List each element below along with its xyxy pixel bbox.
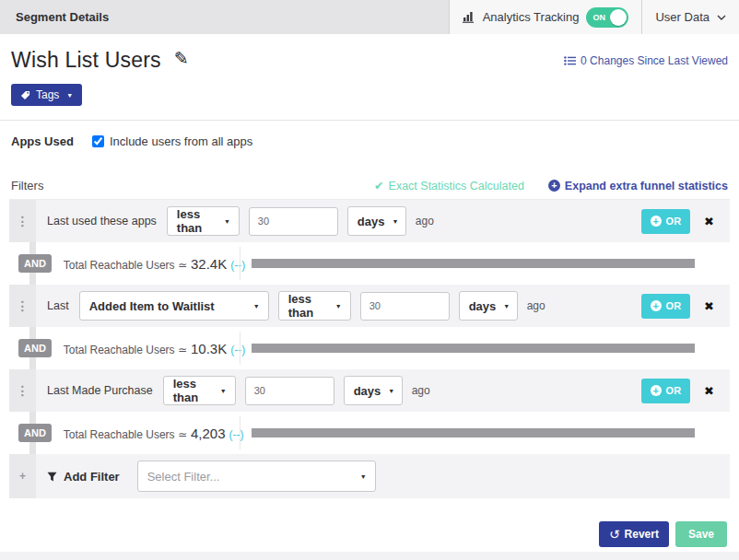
stats-divider — [240, 416, 240, 449]
or-button[interactable]: +OR — [641, 209, 691, 234]
stats-detail-link[interactable]: (--) — [230, 344, 245, 356]
reachable-label: Total Reachable Users ≃ — [64, 344, 187, 356]
and-stats-row-2: AND Total Reachable Users ≃ 10.3K (--) — [9, 327, 730, 369]
undo-icon: ↺ — [609, 527, 620, 542]
filter-row-3: ⋮ Last Made Purchase less than▼ days▼ ag… — [9, 369, 730, 412]
save-button[interactable]: Save — [675, 521, 727, 547]
analytics-tracking-section: Analytics Tracking ON — [449, 0, 642, 34]
chevron-down-icon: ▼ — [388, 388, 394, 394]
and-badge: AND — [18, 339, 52, 357]
plus-circle-icon: + — [651, 300, 662, 311]
filter-label: Last used these apps — [47, 215, 157, 228]
plus-circle-icon: + — [651, 385, 662, 396]
analytics-toggle[interactable]: ON — [586, 7, 628, 28]
comparator-select[interactable]: less than▼ — [278, 291, 351, 321]
tags-button[interactable]: Tags ▼ — [11, 84, 82, 106]
ago-label: ago — [412, 384, 430, 397]
tag-icon — [20, 90, 30, 100]
user-data-label: User Data — [655, 10, 710, 24]
remove-filter-button[interactable]: ✖ — [704, 384, 714, 398]
include-all-apps-option[interactable]: Include users from all apps — [92, 134, 252, 148]
value-input[interactable] — [360, 292, 450, 321]
exact-statistics-status: ✔ Exact Statistics Calculated — [374, 179, 524, 192]
remove-filter-button[interactable]: ✖ — [704, 215, 714, 228]
bottom-strip — [0, 552, 739, 560]
value-input[interactable] — [245, 377, 334, 405]
reachable-users-text: Total Reachable Users ≃ 32.4K (--) — [64, 256, 245, 272]
segment-header: Wish List Users ✎ 0 Changes Since Last V… — [0, 34, 739, 73]
select-filter-dropdown[interactable]: Select Filter... ▼ — [137, 461, 376, 492]
remove-filter-button[interactable]: ✖ — [704, 299, 714, 313]
event-select[interactable]: Added Item to Waitlist▼ — [79, 291, 269, 321]
chevron-down-icon: ▼ — [253, 303, 260, 309]
funnel-icon — [47, 472, 57, 482]
value-input[interactable] — [249, 207, 338, 236]
reachable-users-text: Total Reachable Users ≃ 4,203 (--) — [64, 426, 244, 441]
add-row-plus-icon: + — [9, 454, 36, 498]
filter-row-2: ⋮ Last Added Item to Waitlist▼ less than… — [9, 285, 730, 327]
page-title: Wish List Users — [11, 48, 161, 73]
chevron-down-icon: ▼ — [335, 303, 342, 309]
exact-statistics-label: Exact Statistics Calculated — [389, 180, 524, 192]
comparator-select[interactable]: less than▼ — [167, 206, 240, 236]
tags-button-label: Tags — [36, 88, 59, 101]
chevron-down-icon: ▼ — [503, 303, 510, 309]
include-all-apps-checkbox[interactable] — [92, 135, 104, 147]
drag-handle[interactable]: ⋮ — [9, 200, 36, 242]
add-filter-label: Add Filter — [47, 470, 120, 484]
revert-button[interactable]: ↺ Revert — [599, 521, 669, 547]
chevron-down-icon: ▼ — [392, 218, 398, 225]
comparator-select[interactable]: less than▼ — [163, 376, 236, 405]
select-filter-placeholder: Select Filter... — [147, 470, 220, 484]
reachable-users-text: Total Reachable Users ≃ 10.3K (--) — [64, 341, 245, 356]
user-data-menu[interactable]: User Data — [641, 0, 739, 34]
filter-row-1: ⋮ Last used these apps less than▼ days▼ … — [9, 200, 730, 242]
apps-used-label: Apps Used — [11, 134, 74, 148]
include-all-apps-label: Include users from all apps — [110, 134, 252, 148]
and-stats-row-3: AND Total Reachable Users ≃ 4,203 (--) — [9, 412, 730, 454]
apps-used-row: Apps Used Include users from all apps — [0, 121, 739, 148]
expand-link-label: Expand extra funnel statistics — [565, 180, 728, 192]
chevron-down-icon: ▼ — [220, 388, 227, 394]
bar-chart-icon — [463, 11, 475, 23]
ago-label: ago — [527, 299, 545, 312]
filter-label: Last Made Purchase — [47, 384, 153, 397]
expand-funnel-statistics-link[interactable]: + Expand extra funnel statistics — [548, 180, 728, 192]
edit-pencil-icon[interactable]: ✎ — [174, 48, 189, 69]
stats-detail-link[interactable]: (--) — [230, 259, 245, 272]
changelog-list-icon — [564, 56, 576, 65]
chevron-down-icon: ▼ — [360, 473, 367, 480]
and-badge: AND — [18, 254, 52, 273]
drag-handle[interactable]: ⋮ — [9, 285, 36, 327]
changes-since-last-viewed-link[interactable]: 0 Changes Since Last Viewed — [564, 54, 728, 67]
and-stats-row-1: AND Total Reachable Users ≃ 32.4K (--) — [9, 242, 730, 285]
filters-header: Filters ✔ Exact Statistics Calculated + … — [0, 179, 739, 199]
plus-circle-icon: + — [651, 216, 662, 227]
add-filter-row: + Add Filter Select Filter... ▼ — [9, 454, 730, 498]
reachable-users-bar — [252, 259, 695, 268]
reachable-value: 4,203 — [191, 426, 226, 441]
reachable-users-bar — [252, 428, 695, 438]
filters-section-label: Filters — [11, 179, 43, 192]
filter-label: Last — [47, 299, 69, 312]
toggle-on-label: ON — [592, 13, 605, 22]
unit-select[interactable]: days▼ — [344, 376, 403, 405]
and-badge: AND — [18, 424, 52, 442]
reachable-label: Total Reachable Users ≃ — [64, 259, 187, 272]
stats-divider — [240, 332, 240, 365]
unit-select[interactable]: days▼ — [347, 206, 406, 236]
filter-block: ⋮ Last used these apps less than▼ days▼ … — [9, 199, 730, 498]
or-button[interactable]: +OR — [641, 379, 691, 403]
stats-divider — [240, 247, 240, 280]
reachable-value: 32.4K — [191, 256, 227, 272]
reachable-users-bar — [252, 344, 695, 353]
footer-actions: ↺ Revert Save — [0, 498, 739, 547]
stats-detail-link[interactable]: (--) — [229, 428, 244, 441]
top-bar: Segment Details Analytics Tracking ON Us… — [0, 0, 739, 34]
or-button[interactable]: +OR — [641, 294, 691, 319]
unit-select[interactable]: days▼ — [459, 291, 518, 321]
analytics-tracking-label: Analytics Tracking — [483, 10, 580, 24]
drag-handle[interactable]: ⋮ — [9, 369, 36, 412]
chevron-down-icon: ▼ — [66, 92, 73, 99]
chevron-down-icon — [717, 15, 726, 20]
